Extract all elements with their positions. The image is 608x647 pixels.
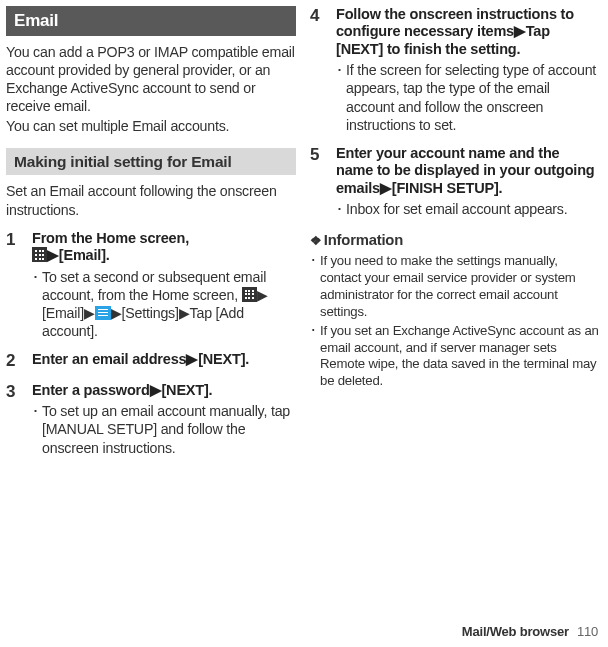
bullet-text: To set up an email account manually, tap… [42,402,296,457]
step-number: 1 [6,230,24,340]
step-bullet: ･ To set a second or subsequent email ac… [32,268,296,341]
step-title-post: [Email]. [59,247,110,263]
triangle-icon: ▶ [47,247,59,264]
info-text: If you set an Exchange ActiveSync accoun… [320,323,600,391]
intro-text-2: You can set multiple Email accounts. [6,117,296,135]
triangle-icon: ▶ [186,351,198,368]
bullet-pre: To set a second or subsequent email acco… [42,269,266,303]
step-title: Follow the onscreen instructions to conf… [336,6,600,58]
step-title-post: [FINISH SETUP]. [392,180,503,196]
bullet-dot: ･ [336,200,346,218]
bullet-text: If the screen for selecting type of acco… [346,61,600,134]
triangle-icon: ▶ [257,286,268,304]
step-5: 5 Enter your account name and the name t… [310,145,600,218]
left-column: Email You can add a POP3 or IMAP compati… [6,6,296,457]
bullet-dot: ･ [310,253,320,321]
bullet-dot: ･ [32,402,42,457]
bullet-dot: ･ [336,61,346,134]
bullet-text: Inbox for set email account appears. [346,200,600,218]
step-title-pre: Enter a password [32,382,150,398]
bullet-dot: ･ [32,268,42,341]
info-bullet: ･ If you need to make the settings manua… [310,253,600,321]
step-bullet: ･ To set up an email account manually, t… [32,402,296,457]
step-title-post: [NEXT]. [161,382,212,398]
step-body: From the Home screen, ▶[Email]. ･ To set… [32,230,296,340]
manual-page: Email You can add a POP3 or IMAP compati… [0,0,608,457]
step-title: From the Home screen, ▶[Email]. [32,230,296,265]
footer-section-label: Mail/Web browser [462,624,569,641]
step-body: Enter a password▶[NEXT]. ･ To set up an … [32,382,296,457]
info-lead-symbol: ❖ [310,233,322,248]
info-bullet: ･ If you set an Exchange ActiveSync acco… [310,323,600,391]
step-title-post: [NEXT]. [198,351,249,367]
menu-icon [95,306,111,320]
step-4: 4 Follow the onscreen instructions to co… [310,6,600,134]
apps-icon [242,287,257,302]
step-title: Enter a password▶[NEXT]. [32,382,296,399]
step-1: 1 From the Home screen, ▶[Email]. ･ To s… [6,230,296,340]
section-header-email: Email [6,6,296,36]
step-title-pre: From the Home screen, [32,230,189,246]
step-title: Enter an email address▶[NEXT]. [32,351,296,368]
step-2: 2 Enter an email address▶[NEXT]. [6,351,296,371]
step-3: 3 Enter a password▶[NEXT]. ･ To set up a… [6,382,296,457]
step-bullet: ･ Inbox for set email account appears. [336,200,600,218]
step-title: Enter your account name and the name to … [336,145,600,197]
step-bullet: ･ If the screen for selecting type of ac… [336,61,600,134]
right-column: 4 Follow the onscreen instructions to co… [310,6,600,457]
step-body: Enter an email address▶[NEXT]. [32,351,296,371]
page-footer: Mail/Web browser 110 [462,624,598,641]
step-number: 3 [6,382,24,457]
step-number: 5 [310,145,328,218]
triangle-icon: ▶ [514,23,526,40]
info-header-text: Information [324,232,403,248]
step-body: Follow the onscreen instructions to conf… [336,6,600,134]
step-title-pre: Enter an email address [32,351,186,367]
bullet-mid2: [Settings] [122,305,179,321]
step-body: Enter your account name and the name to … [336,145,600,218]
subintro-text: Set an Email account following the onscr… [6,182,296,218]
bullet-dot: ･ [310,323,320,391]
step-number: 2 [6,351,24,371]
footer-page-number: 110 [577,624,598,641]
bullet-mid1: [Email] [42,305,84,321]
triangle-icon: ▶ [111,304,122,322]
info-text: If you need to make the settings manuall… [320,253,600,321]
section-header-initial: Making initial setting for Email [6,148,296,176]
apps-icon [32,247,47,262]
intro-text-1: You can add a POP3 or IMAP compatible em… [6,43,296,116]
triangle-icon: ▶ [84,304,95,322]
bullet-text: To set a second or subsequent email acco… [42,268,296,341]
triangle-icon: ▶ [380,180,392,197]
info-header: ❖Information [310,231,600,250]
step-number: 4 [310,6,328,134]
triangle-icon: ▶ [150,382,162,399]
triangle-icon: ▶ [179,304,190,322]
